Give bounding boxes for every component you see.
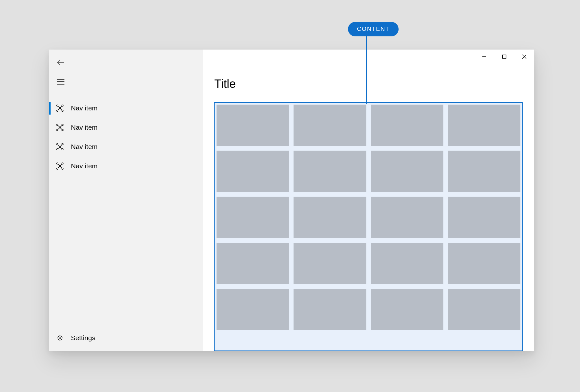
svg-line-29	[58, 147, 60, 149]
hamburger-icon	[56, 79, 65, 85]
grid-tile[interactable]	[371, 105, 443, 146]
nav-item-2[interactable]: Nav item	[49, 137, 203, 156]
grid-tile[interactable]	[217, 289, 289, 330]
app-window: Nav item Nav item	[49, 50, 534, 351]
sidebar-bottom: Settings	[49, 328, 203, 351]
grid-tile[interactable]	[448, 105, 520, 146]
nav-item-label: Nav item	[71, 124, 98, 131]
page-title: Title	[214, 77, 534, 91]
window-controls	[474, 50, 534, 64]
grid-tile[interactable]	[294, 105, 366, 146]
svg-rect-42	[503, 55, 506, 59]
grid-tile[interactable]	[448, 151, 520, 192]
back-button[interactable]	[51, 53, 70, 72]
hamburger-menu-button[interactable]	[51, 72, 70, 91]
grid-tile[interactable]	[371, 151, 443, 192]
nav-item-label: Nav item	[71, 143, 98, 151]
svg-line-12	[61, 109, 62, 110]
minimize-icon	[482, 54, 487, 59]
nav-item-label: Nav item	[71, 162, 98, 170]
settings-label: Settings	[71, 334, 95, 342]
svg-line-19	[61, 126, 62, 127]
grid-tile[interactable]	[217, 151, 289, 192]
grid-tile[interactable]	[217, 105, 289, 146]
grid-tile[interactable]	[448, 243, 520, 284]
nav-item-icon	[56, 143, 64, 151]
annotation-pill: CONTENT	[348, 22, 399, 36]
svg-line-18	[58, 126, 60, 127]
nav-item-icon	[56, 162, 64, 170]
grid-tile[interactable]	[371, 289, 443, 330]
grid-tile[interactable]	[294, 289, 366, 330]
grid-tile[interactable]	[448, 289, 520, 330]
svg-line-30	[61, 147, 62, 149]
svg-line-38	[58, 167, 60, 168]
svg-line-37	[61, 164, 62, 166]
navigation-sidebar: Nav item Nav item	[49, 50, 203, 351]
back-arrow-icon	[56, 58, 65, 67]
grid-tile[interactable]	[294, 151, 366, 192]
svg-line-11	[58, 109, 60, 110]
svg-line-39	[61, 167, 62, 168]
svg-line-36	[58, 164, 60, 166]
nav-item-label: Nav item	[71, 104, 98, 112]
annotation-line	[366, 33, 367, 104]
minimize-button[interactable]	[474, 50, 494, 64]
svg-line-10	[61, 106, 62, 108]
grid-tile[interactable]	[217, 243, 289, 284]
svg-line-9	[58, 106, 60, 108]
grid-tile[interactable]	[294, 243, 366, 284]
grid-tile[interactable]	[371, 197, 443, 238]
svg-line-20	[58, 128, 60, 130]
sidebar-top	[49, 50, 203, 91]
gear-icon	[56, 334, 64, 342]
annotation-label: CONTENT	[357, 26, 390, 32]
nav-item-3[interactable]: Nav item	[49, 156, 203, 176]
content-grid	[217, 105, 520, 330]
nav-list: Nav item Nav item	[49, 98, 203, 176]
nav-item-0[interactable]: Nav item	[49, 98, 203, 118]
svg-line-27	[58, 145, 60, 146]
grid-tile[interactable]	[294, 197, 366, 238]
content-pane: Title	[203, 50, 534, 351]
svg-line-28	[61, 145, 62, 146]
maximize-button[interactable]	[494, 50, 514, 64]
grid-tile[interactable]	[371, 243, 443, 284]
grid-tile[interactable]	[448, 197, 520, 238]
nav-item-1[interactable]: Nav item	[49, 118, 203, 137]
nav-item-icon	[56, 124, 64, 131]
close-button[interactable]	[514, 50, 534, 64]
svg-line-21	[61, 128, 62, 130]
maximize-icon	[502, 54, 507, 59]
content-region	[214, 102, 523, 351]
svg-point-40	[59, 337, 61, 339]
close-icon	[522, 54, 527, 59]
settings-button[interactable]: Settings	[49, 328, 203, 348]
nav-item-icon	[56, 104, 64, 112]
grid-tile[interactable]	[217, 197, 289, 238]
